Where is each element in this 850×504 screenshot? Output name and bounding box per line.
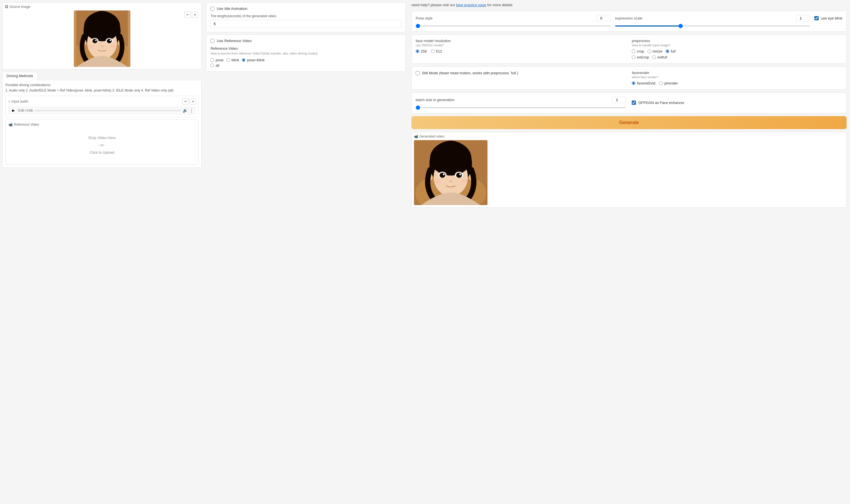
facerender-label: facerender [632,71,843,75]
radio-poseblink[interactable] [242,58,245,62]
source-image-label: 🖼 Source image [5,5,199,9]
expression-scale-label: expression scale [615,16,642,20]
help-text: need help? please visit our best practic… [412,2,847,8]
radio-pirender[interactable] [659,82,663,85]
batch-gfpgan-grid: batch size in generation GFPGAN as Face … [416,96,843,109]
driving-methods-content: Possible driving combinations: 1. Audio … [2,80,202,168]
svg-point-17 [110,44,117,48]
radio-facevid2vid-label[interactable]: facevid2vid [632,81,655,85]
gfpgan-label[interactable]: GFPGAN as Face enhancer [638,101,684,105]
reference-video-options-card: Use Reference Video Reference Video How … [206,34,405,72]
video-length-label: The length(seconds) of the generated vid… [210,14,401,18]
possible-label: Possible driving combinations: [5,83,198,87]
radio-pirender-label[interactable]: pirender [659,81,678,85]
image-icon: 🖼 [5,5,8,9]
radio-poseblink-label[interactable]: pose+blink [242,58,265,62]
use-reference-video-checkbox[interactable] [210,39,214,43]
preprocess-radios: crop resize full [632,49,843,53]
pose-style-header: Pose style [416,15,610,21]
still-mode-group: Still Mode (fewer head motion, works wit… [416,71,626,85]
batch-size-slider[interactable] [416,107,626,108]
use-idle-animation-label[interactable]: Use Idle Animation [210,6,401,11]
left-column: 🖼 Source image ✏ ✕ [0,0,204,504]
radio-facevid2vid[interactable] [632,82,636,85]
source-image-display [74,11,131,67]
generate-button[interactable]: Generate [412,116,847,129]
close-audio-button[interactable]: ✕ [190,98,196,105]
batch-size-input[interactable] [612,96,626,103]
preprocess-radios-2: extcrop extfull [632,55,843,59]
radio-crop-label[interactable]: crop [632,49,644,53]
radio-extcrop-label[interactable]: extcrop [632,55,649,59]
play-button[interactable]: ▶ [10,107,16,113]
radio-pose[interactable] [210,58,214,62]
audio-progress-bar[interactable] [35,110,181,111]
gfpgan-checkbox[interactable] [632,101,636,105]
svg-point-13 [109,39,111,41]
eye-blink-group: use eye blink [814,15,843,20]
radio-resize-label[interactable]: resize [647,49,662,53]
use-idle-animation-checkbox[interactable] [210,7,214,11]
edit-audio-button[interactable]: ✏ [183,98,189,105]
middle-column: Use Idle Animation The length(seconds) o… [204,0,408,504]
batch-size-group: batch size in generation [416,96,626,109]
video-icon: 📹 [8,123,13,127]
idle-animation-card: Use Idle Animation The length(seconds) o… [206,2,405,32]
resolution-preprocess-grid: face model resolution use 256/512 model?… [416,39,843,59]
gfpgan-group: GFPGAN as Face enhancer [632,101,843,105]
ref-video-section-sublabel: How to borrow from reference Video?((ful… [210,51,401,56]
face-resolution-label: face model resolution [416,39,626,43]
volume-button[interactable]: 🔊 [183,108,188,113]
drop-zone: Drop Video Here - or - Click to Upload [8,129,195,162]
best-practice-link[interactable]: best practice page [456,3,486,7]
radio-full[interactable] [666,50,669,53]
preprocess-group: preprocess How to handle input image? cr… [632,39,843,59]
radio-512[interactable] [431,50,435,53]
pose-style-slider[interactable] [416,25,610,26]
radio-resize[interactable] [647,50,651,53]
music-icon: ♫ [8,100,11,103]
generated-video-label: 📹 Generated video [414,134,844,139]
pose-style-input[interactable] [596,15,610,21]
still-mode-label[interactable]: Still Mode (fewer head motion, works wit… [422,71,518,76]
batch-gfpgan-card: batch size in generation GFPGAN as Face … [412,92,847,113]
use-reference-video-label[interactable]: Use Reference Video [210,39,401,43]
driving-methods-section: Driving Methods Possible driving combina… [2,72,202,168]
expression-scale-input[interactable] [796,15,810,21]
video-length-input[interactable] [210,20,401,28]
expression-scale-slider[interactable] [615,25,810,26]
radio-256[interactable] [416,50,419,53]
expression-scale-header: expression scale [615,15,810,21]
face-resolution-sublabel: use 256/512 model? [416,43,626,47]
radio-blink-label[interactable]: blink [226,58,239,62]
radio-256-label[interactable]: 256 [416,49,427,53]
reference-video-upload-card[interactable]: 📹 Reference Video Drop Video Here - or -… [5,120,198,165]
radio-full-label[interactable]: full [666,49,676,53]
audio-more-button[interactable]: ⋮ [189,108,194,113]
radio-all[interactable] [210,64,214,67]
radio-blink[interactable] [226,58,230,62]
radio-extfull[interactable] [652,55,656,59]
pose-style-group: Pose style [416,15,610,28]
use-eye-blink-label[interactable]: use eye blink [821,16,843,20]
still-facerender-card: Still Mode (fewer head motion, works wit… [412,66,847,90]
pose-expression-row: Pose style expression scale use [416,15,843,28]
radio-pose-label[interactable]: pose [210,58,223,62]
edit-image-button[interactable]: ✏ [184,12,191,18]
still-mode-checkbox[interactable] [416,71,420,75]
facerender-group: facerender which face render? facevid2vi… [632,71,843,85]
radio-extcrop[interactable] [632,55,636,59]
use-eye-blink-checkbox[interactable] [814,16,819,20]
drop-text-2: - or - [98,142,106,149]
radio-512-label[interactable]: 512 [431,49,442,53]
image-actions: ✏ ✕ [184,12,198,18]
resolution-preprocess-card: face model resolution use 256/512 model?… [412,34,847,64]
expression-scale-group: expression scale [615,15,810,28]
radio-extfull-label[interactable]: extfull [652,55,667,59]
driving-methods-tab[interactable]: Driving Methods [2,72,37,80]
audio-edit-actions: ✏ ✕ [183,98,196,105]
svg-point-27 [443,174,445,175]
radio-all-label[interactable]: all [210,63,219,68]
radio-crop[interactable] [632,50,636,53]
close-image-button[interactable]: ✕ [192,12,198,18]
